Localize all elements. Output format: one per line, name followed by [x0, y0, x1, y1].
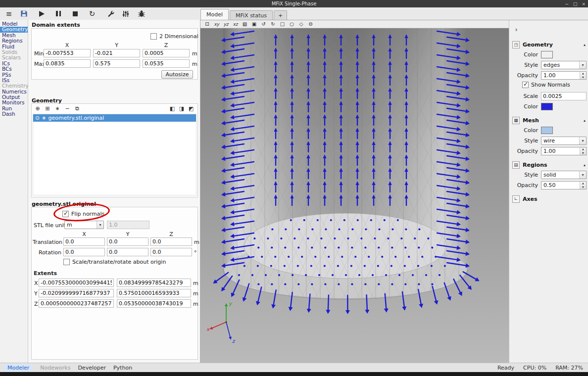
domain-min-y-input[interactable]	[93, 49, 140, 57]
maximize-button[interactable]: □	[573, 1, 578, 6]
3d-viewport[interactable]: xyz	[200, 28, 509, 363]
translation-z-input[interactable]	[150, 237, 192, 246]
extents-x-min-input[interactable]	[39, 279, 114, 287]
about-origin-checkbox-box[interactable]	[63, 259, 70, 265]
spin-down-icon[interactable]: ▼	[580, 186, 586, 189]
tab-model[interactable]: Model	[200, 9, 229, 20]
nav-item-dash[interactable]: Dash	[0, 111, 28, 117]
flip-normals-checkbox[interactable]: ✓ Flip normals	[62, 211, 104, 217]
mode-modeler[interactable]: Modeler	[4, 364, 33, 372]
build-solver-button[interactable]	[106, 8, 116, 19]
extents-z-max-input[interactable]	[117, 299, 191, 308]
geometry-section-header[interactable]: ◳Geometry▴	[512, 40, 586, 49]
domain-max-z-input[interactable]	[143, 59, 190, 68]
menu-button[interactable]: ≡	[4, 8, 14, 19]
screenshot-button[interactable]: ▣	[250, 21, 258, 28]
view-xy-button[interactable]: xy	[212, 21, 221, 28]
mode-nodeworks[interactable]: Nodeworks	[40, 365, 70, 371]
view-xz-button[interactable]: xz	[231, 21, 240, 28]
run-button[interactable]	[37, 8, 47, 19]
normals-scale-input[interactable]	[541, 92, 587, 100]
rotate-cw-button[interactable]: ↻	[269, 21, 277, 28]
geometry-opacity-spinbox[interactable]: 1.00▲▼	[541, 71, 587, 80]
debug-button[interactable]	[137, 8, 147, 19]
stop-button[interactable]	[70, 8, 80, 19]
close-button[interactable]: ×	[582, 1, 586, 6]
translation-y-input[interactable]	[107, 237, 148, 246]
spin-up-icon[interactable]: ▲	[580, 72, 586, 76]
flip-normals-checkbox-box[interactable]: ✓	[62, 211, 69, 217]
display-panel: › ◳Geometry▴ColorStyleedges▾Opacity1.00▲…	[509, 20, 588, 363]
nav-item-regions[interactable]: Regions	[0, 38, 28, 44]
rotate-ccw-button[interactable]: ↺	[259, 21, 268, 28]
collapse-arrow-icon[interactable]: ▴	[584, 163, 586, 167]
reset-view-button[interactable]: ⊡	[203, 21, 211, 28]
regions-section-header[interactable]: ▤Regions▴	[512, 160, 586, 169]
nav-item-chemistry[interactable]: Chemistry	[0, 83, 28, 89]
add-filter-icon[interactable]: ⊞	[44, 105, 51, 112]
extents-z-min-input[interactable]	[39, 299, 114, 308]
extents-y-max-input[interactable]	[117, 289, 191, 297]
about-origin-checkbox[interactable]: Scale/translate/rotate about origin	[63, 259, 166, 265]
extents-y-min-input[interactable]	[39, 289, 114, 297]
mesh-style-select[interactable]: wire▾	[541, 137, 587, 145]
perspective-button[interactable]: ▧	[241, 21, 249, 28]
translation-x-input[interactable]	[63, 237, 105, 246]
mode-python[interactable]: Python	[113, 365, 132, 371]
domain-min-x-input[interactable]	[44, 49, 91, 57]
regions-style-select[interactable]: solid▾	[541, 171, 587, 179]
spin-up-icon[interactable]: ▲	[580, 182, 586, 186]
geometry-list-item[interactable]: ⊙ ∗ geometry.stl.original	[33, 114, 196, 122]
toggle-regions-button[interactable]: ◇	[297, 21, 305, 28]
rotation-y-input[interactable]	[107, 248, 148, 256]
toggle-geometry-button[interactable]: □	[278, 21, 287, 28]
rotation-x-input[interactable]	[63, 248, 105, 256]
mesh-color-swatch[interactable]	[541, 127, 553, 134]
view-yz-button[interactable]: yz	[222, 21, 230, 28]
boolean-union-icon[interactable]: ◧	[168, 105, 176, 112]
toggle-normals-button[interactable]: ⊖	[306, 21, 315, 28]
axes-section-header[interactable]: ∟Axes	[512, 194, 586, 203]
panel-collapse-button[interactable]: ›	[512, 25, 520, 33]
show-normals-checkbox-box[interactable]: ✓	[522, 82, 529, 88]
copy-geometry-icon[interactable]: ⧉	[73, 105, 81, 112]
settings-button[interactable]	[121, 8, 131, 19]
domain-min-z-input[interactable]	[143, 49, 190, 57]
remove-geometry-icon[interactable]: −	[63, 105, 71, 112]
rotation-z-input[interactable]	[150, 248, 192, 256]
geometry-style-select[interactable]: edges▾	[541, 61, 587, 69]
mesh-section-header[interactable]: ▦Mesh▴	[512, 116, 586, 125]
add-geometry-icon[interactable]: ⊕	[34, 105, 42, 112]
collapse-arrow-icon[interactable]: ▴	[584, 43, 586, 47]
boolean-intersect-icon[interactable]: ◨	[178, 105, 186, 112]
two-dimensional-checkbox[interactable]: 2 Dimensional	[150, 33, 198, 40]
regions-opacity-spinbox[interactable]: 0.50▲▼	[541, 181, 587, 189]
extents-x-max-input[interactable]	[117, 279, 191, 287]
two-dimensional-checkbox-box[interactable]	[150, 33, 157, 40]
spin-down-icon[interactable]: ▼	[580, 76, 586, 80]
mesh-opacity-spinbox[interactable]: 1.00▲▼	[541, 147, 587, 155]
toggle-mesh-button[interactable]: ○	[288, 21, 296, 28]
geometry-color-swatch[interactable]	[541, 51, 553, 58]
save-button[interactable]	[19, 8, 29, 19]
nav-item-bcs[interactable]: BCs	[0, 66, 28, 72]
auto-wand-icon[interactable]: ∗	[53, 105, 61, 112]
visibility-eye-icon[interactable]: ⊙	[35, 115, 40, 121]
boolean-difference-icon[interactable]: ◩	[187, 105, 195, 112]
tab-add[interactable]: +	[274, 10, 287, 20]
reset-button[interactable]: ↻	[87, 8, 97, 19]
collapse-arrow-icon[interactable]: ▴	[584, 118, 586, 123]
spin-up-icon[interactable]: ▲	[580, 147, 586, 151]
domain-max-x-input[interactable]	[44, 59, 91, 68]
show-normals-checkbox[interactable]: ✓Show Normals	[522, 82, 570, 88]
mode-developer[interactable]: Developer	[78, 365, 106, 371]
pause-button[interactable]	[53, 8, 63, 19]
spin-down-icon[interactable]: ▼	[580, 151, 586, 155]
geometry-list[interactable]: ⊙ ∗ geometry.stl.original	[33, 114, 196, 195]
minimize-button[interactable]: −	[565, 1, 569, 6]
normals-color-swatch[interactable]	[541, 103, 553, 110]
tab-mfix-status[interactable]: MFiX status	[230, 10, 273, 20]
domain-max-y-input[interactable]	[93, 59, 140, 68]
stl-units-select[interactable]: m ▾	[64, 221, 104, 229]
autosize-button[interactable]: Autosize	[161, 70, 193, 79]
